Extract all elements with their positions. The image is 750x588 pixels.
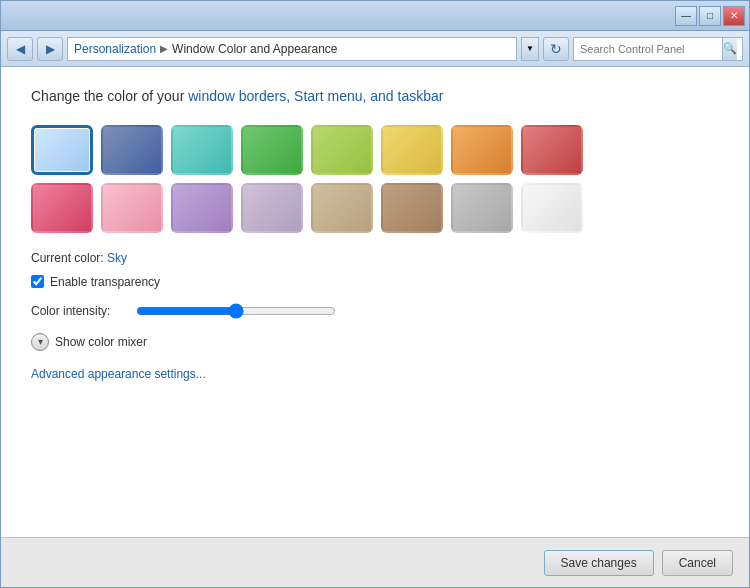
swatch-white[interactable] [521, 183, 583, 233]
transparency-label[interactable]: Enable transparency [50, 275, 160, 289]
cancel-button[interactable]: Cancel [662, 550, 733, 576]
advanced-appearance-link[interactable]: Advanced appearance settings... [31, 367, 206, 381]
current-color-label: Current color: [31, 251, 104, 265]
swatch-sand[interactable] [311, 183, 373, 233]
back-button[interactable]: ◀ [7, 37, 33, 61]
search-input[interactable] [580, 43, 718, 55]
swatch-lavender[interactable] [171, 183, 233, 233]
color-swatches-row1 [31, 125, 719, 175]
forward-button[interactable]: ▶ [37, 37, 63, 61]
swatch-pink[interactable] [101, 183, 163, 233]
address-dropdown-button[interactable]: ▼ [521, 37, 539, 61]
swatch-crimson[interactable] [521, 125, 583, 175]
swatch-blush[interactable] [31, 183, 93, 233]
breadcrumb-current: Window Color and Appearance [172, 42, 337, 56]
titlebar-controls: — □ ✕ [675, 6, 745, 26]
transparency-checkbox[interactable] [31, 275, 44, 288]
transparency-row: Enable transparency [31, 275, 719, 289]
swatch-sky[interactable] [31, 125, 93, 175]
current-color-value: Sky [107, 251, 127, 265]
minimize-button[interactable]: — [675, 6, 697, 26]
intensity-row: Color intensity: [31, 303, 719, 319]
expand-color-mixer-button[interactable]: ▾ [31, 333, 49, 351]
swatch-orange[interactable] [451, 125, 513, 175]
addressbar: ◀ ▶ Personalization ▶ Window Color and A… [1, 31, 749, 67]
swatch-silver[interactable] [451, 183, 513, 233]
search-button[interactable]: 🔍 [722, 38, 737, 60]
swatch-twilight[interactable] [101, 125, 163, 175]
intensity-slider[interactable] [136, 303, 336, 319]
refresh-button[interactable]: ↻ [543, 37, 569, 61]
swatch-sea[interactable] [171, 125, 233, 175]
save-changes-button[interactable]: Save changes [544, 550, 654, 576]
page-title: Change the color of your window borders,… [31, 87, 719, 107]
breadcrumb-separator: ▶ [160, 43, 168, 54]
breadcrumb-personalization[interactable]: Personalization [74, 42, 156, 56]
swatch-mocha[interactable] [381, 183, 443, 233]
swatch-leaf[interactable] [241, 125, 303, 175]
breadcrumb: Personalization ▶ Window Color and Appea… [67, 37, 517, 61]
color-mixer-row: ▾ Show color mixer [31, 333, 719, 351]
content-area: Change the color of your window borders,… [1, 67, 749, 537]
main-window: — □ ✕ ◀ ▶ Personalization ▶ Window Color… [0, 0, 750, 588]
swatch-violet[interactable] [241, 183, 303, 233]
color-mixer-label: Show color mixer [55, 335, 147, 349]
search-box: 🔍 [573, 37, 743, 61]
footer: Save changes Cancel [1, 537, 749, 587]
controls-section: Current color: Sky Enable transparency C… [31, 251, 719, 381]
maximize-button[interactable]: □ [699, 6, 721, 26]
current-color-row: Current color: Sky [31, 251, 719, 265]
color-swatches-row2 [31, 183, 719, 233]
swatch-lime[interactable] [311, 125, 373, 175]
swatch-gold[interactable] [381, 125, 443, 175]
intensity-label: Color intensity: [31, 304, 126, 318]
close-button[interactable]: ✕ [723, 6, 745, 26]
titlebar: — □ ✕ [1, 1, 749, 31]
